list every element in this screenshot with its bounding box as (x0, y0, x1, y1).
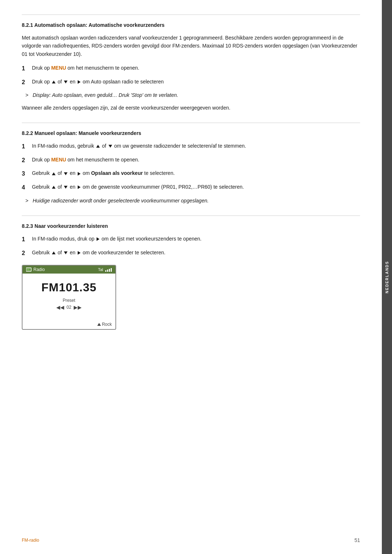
step-text-822-2: Druk op MENU om het menuscherm te openen… (32, 156, 360, 164)
section-823: 8.2.3 Naar voorkeurzender luisteren 1 In… (22, 216, 360, 330)
footer-page-number: 51 (354, 537, 360, 543)
next-preset-icon: ▶▶ (74, 304, 82, 310)
preset-label: Preset (28, 298, 110, 303)
section-823-title: 8.2.3 Naar voorkeurzender luisteren (22, 223, 360, 229)
signal-bar-2 (107, 270, 108, 272)
step-number-823-1: 1 (22, 235, 32, 244)
arrow-up-icon-4 (52, 186, 56, 189)
device-header-icon-text: Radio (26, 267, 45, 272)
step-number-822-1: 1 (22, 142, 32, 151)
step-822-4: 4 Gebruik of en om de gewenste voorkeurn… (22, 183, 360, 192)
frequency-display: FM101.35 (28, 281, 110, 294)
step-821-1: 1 Druk op MENU om het menuscherm te open… (22, 64, 360, 73)
step-text-1: Druk op MENU om het menuscherm te openen… (32, 64, 360, 72)
preset-controls: ◀◀ 02 ▶▶ (28, 304, 110, 310)
arrow-down-icon-6 (64, 251, 68, 254)
rock-label: Rock (102, 322, 112, 327)
page-footer: FM-radio 51 (22, 537, 360, 543)
step-number-2: 2 (22, 78, 32, 87)
step-823-1: 1 In FM-radio modus, druk op om de lijst… (22, 235, 360, 244)
section-821-body: Met automatisch opslaan worden radiozend… (22, 34, 360, 58)
signal-bar-3 (109, 269, 110, 272)
device-signal-area: Tal (98, 267, 112, 272)
signal-bar-1 (105, 270, 106, 272)
arrow-down-icon-2 (109, 145, 112, 148)
step-text-823-1: In FM-radio modus, druk op om de lijst m… (32, 235, 360, 243)
arrow-up-icon-3 (52, 172, 56, 175)
step-sub-text-2: Huidige radiozender wordt onder geselect… (33, 197, 209, 205)
svg-point-2 (29, 269, 31, 270)
arrow-up-icon-1 (52, 81, 56, 83)
arrow-down-icon-1 (64, 81, 68, 83)
section-821: 8.2.1 Automatisch opslaan: Automatische … (22, 15, 360, 112)
step-number-822-4: 4 (22, 183, 32, 192)
side-tab-label: NEDERLANDS (385, 261, 389, 293)
step-821-2: 2 Druk op of en om Auto opslaan radio te… (22, 78, 360, 87)
radio-icon (26, 267, 32, 272)
step-text-822-1: In FM-radio modus, gebruik of om uw gewe… (32, 142, 360, 150)
section-821-title: 8.2.1 Automatisch opslaan: Automatische … (22, 22, 360, 28)
sub-arrow-2: > (25, 197, 33, 205)
step-822-3: 3 Gebruik of en om Opslaan als voorkeur … (22, 169, 360, 178)
signal-bar-4 (111, 268, 112, 272)
arrow-down-icon-4 (64, 186, 68, 189)
step-number-822-2: 2 (22, 156, 32, 165)
arrow-right-icon-4 (78, 185, 81, 189)
arrow-up-icon-6 (52, 251, 56, 254)
step-text-822-4: Gebruik of en om de gewenste voorkeurnum… (32, 183, 360, 191)
section-822-title: 8.2.2 Manueel opslaan: Manuele voorkeurz… (22, 130, 360, 136)
arrow-right-icon-5 (97, 237, 99, 241)
step-822-4-sub: > Huidige radiozender wordt onder gesele… (25, 197, 360, 205)
step-text-823-2: Gebruik of en om de voorkeurzender te se… (32, 249, 360, 257)
step-823-2: 2 Gebruik of en om de voorkeurzender te … (22, 249, 360, 258)
section-823-steps: 1 In FM-radio modus, druk op om de lijst… (22, 235, 360, 258)
genre-triangle-icon (97, 323, 101, 326)
device-body: FM101.35 Preset ◀◀ 02 ▶▶ (23, 274, 115, 320)
divider-822 (22, 123, 360, 123)
step-822-1: 1 In FM-radio modus, gebruik of om uw ge… (22, 142, 360, 151)
section-821-steps: 1 Druk op MENU om het menuscherm te open… (22, 64, 360, 99)
section-822-steps: 1 In FM-radio modus, gebruik of om uw ge… (22, 142, 360, 205)
side-tab: NEDERLANDS (382, 0, 392, 554)
footer-section-label: FM-radio (22, 538, 39, 543)
step-822-2: 2 Druk op MENU om het menuscherm te open… (22, 156, 360, 165)
device-screen: Radio Tal FM101.35 Preset ◀◀ 0 (22, 265, 116, 330)
sub-arrow-1: > (25, 91, 33, 99)
divider-821 (22, 15, 360, 15)
step-number-822-3: 3 (22, 169, 32, 178)
step-text-822-3: Gebruik of en om Opslaan als voorkeur te… (32, 169, 360, 177)
arrow-up-icon-2 (96, 145, 100, 148)
section-821-conclusion: Wanneer alle zenders opgeslagen zijn, za… (22, 104, 360, 112)
main-content: 8.2.1 Automatisch opslaan: Automatische … (0, 0, 382, 554)
divider-823 (22, 216, 360, 216)
step-821-2-sub: > Display: Auto opslaan, even geduld… Dr… (25, 91, 360, 99)
device-footer: Rock (23, 320, 115, 329)
arrow-right-icon-1 (78, 80, 81, 84)
step-number-823-2: 2 (22, 249, 32, 258)
sub-display-text-1: Display: Auto opslaan, even geduld… Druk… (33, 92, 178, 98)
section-822: 8.2.2 Manueel opslaan: Manuele voorkeurz… (22, 123, 360, 205)
step-sub-text-1: Display: Auto opslaan, even geduld… Druk… (33, 91, 178, 99)
arrow-down-icon-3 (64, 172, 68, 175)
arrow-right-icon-6 (78, 251, 81, 255)
step-text-2: Druk op of en om Auto opslaan radio te s… (32, 78, 360, 86)
arrow-right-icon-3 (78, 172, 81, 176)
step-number-1: 1 (22, 64, 32, 73)
prev-preset-icon: ◀◀ (56, 304, 64, 310)
preset-number: 02 (66, 305, 71, 310)
device-header: Radio Tal (23, 266, 115, 274)
